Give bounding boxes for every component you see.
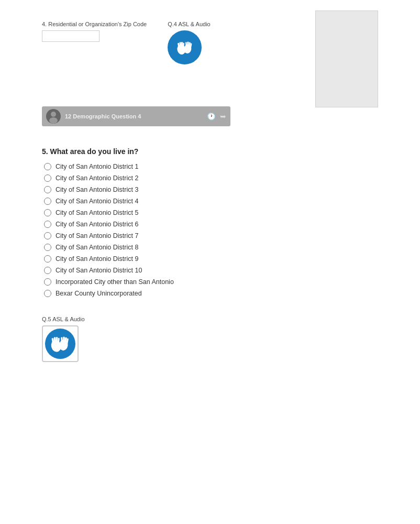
radio-label-2: City of San Antonio District 2: [56, 174, 138, 182]
radio-list: City of San Antonio District 1City of Sa…: [44, 163, 378, 297]
svg-point-14: [49, 117, 58, 124]
video-thumbnail: [46, 109, 61, 124]
clock-icon[interactable]: 🕐: [207, 112, 216, 121]
radio-label-7: City of San Antonio District 7: [56, 232, 138, 239]
radio-label-8: City of San Antonio District 8: [56, 244, 138, 251]
asl-q5-button[interactable]: g: [42, 325, 79, 362]
video-title: 12 Demographic Question 4: [65, 113, 203, 119]
radio-option-4[interactable]: [44, 198, 51, 205]
radio-option-6[interactable]: [44, 221, 51, 228]
page-wrapper: 4. Residential or Organization's Zip Cod…: [0, 0, 420, 373]
radio-option-8[interactable]: [44, 244, 51, 251]
asl-q4-button[interactable]: g: [168, 30, 202, 64]
svg-text:g: g: [59, 348, 62, 354]
radio-option-12[interactable]: [44, 290, 51, 297]
radio-label-4: City of San Antonio District 4: [56, 198, 138, 205]
radio-option-9[interactable]: [44, 255, 51, 263]
radio-option-7[interactable]: [44, 232, 51, 239]
radio-option-5[interactable]: [44, 209, 51, 216]
asl-q4-label: Q.4 ASL & Audio: [168, 21, 211, 27]
zip-label: 4. Residential or Organization's Zip Cod…: [42, 21, 147, 27]
radio-item[interactable]: City of San Antonio District 9: [44, 255, 378, 263]
radio-item[interactable]: City of San Antonio District 4: [44, 198, 378, 205]
asl-q5-inner: g: [45, 329, 75, 359]
radio-label-3: City of San Antonio District 3: [56, 186, 138, 193]
radio-item[interactable]: City of San Antonio District 8: [44, 244, 378, 251]
radio-item[interactable]: City of San Antonio District 7: [44, 232, 378, 239]
radio-option-3[interactable]: [44, 186, 51, 193]
radio-item[interactable]: City of San Antonio District 2: [44, 174, 378, 182]
video-bar: 12 Demographic Question 4 🕐 ➥: [42, 106, 230, 126]
sidebar-gray-box: [315, 10, 378, 107]
radio-label-12: Bexar County Unincorporated: [56, 290, 142, 297]
radio-label-9: City of San Antonio District 9: [56, 255, 138, 263]
share-icon[interactable]: ➥: [220, 112, 226, 121]
radio-label-10: City of San Antonio District 10: [56, 267, 142, 274]
radio-label-1: City of San Antonio District 1: [56, 163, 138, 170]
zip-group: 4. Residential or Organization's Zip Cod…: [42, 21, 147, 42]
question-5-label: 5. What area do you live in?: [42, 147, 378, 156]
radio-option-11[interactable]: [44, 278, 51, 286]
radio-option-1[interactable]: [44, 163, 51, 170]
radio-label-6: City of San Antonio District 6: [56, 221, 138, 228]
asl-group-4: Q.4 ASL & Audio: [168, 21, 211, 64]
asl-section-5: Q.5 ASL & Audio g: [42, 316, 378, 362]
svg-point-13: [51, 112, 56, 117]
radio-label-11: Incorporated City other than San Antonio: [56, 278, 174, 286]
radio-item[interactable]: City of San Antonio District 3: [44, 186, 378, 193]
section-4: 4. Residential or Organization's Zip Cod…: [42, 21, 305, 64]
radio-item[interactable]: City of San Antonio District 6: [44, 221, 378, 228]
svg-text:g: g: [184, 52, 186, 56]
svg-rect-20: [56, 337, 58, 344]
radio-option-10[interactable]: [44, 267, 51, 274]
svg-rect-23: [63, 336, 65, 343]
svg-rect-8: [187, 41, 189, 47]
radio-item[interactable]: City of San Antonio District 1: [44, 163, 378, 170]
radio-item[interactable]: City of San Antonio District 10: [44, 267, 378, 274]
radio-option-2[interactable]: [44, 174, 51, 182]
zip-input[interactable]: [42, 30, 100, 42]
radio-item[interactable]: Incorporated City other than San Antonio: [44, 278, 378, 286]
radio-label-5: City of San Antonio District 5: [56, 209, 138, 216]
asl-q5-label: Q.5 ASL & Audio: [42, 316, 378, 322]
radio-item[interactable]: Bexar County Unincorporated: [44, 290, 378, 297]
svg-rect-5: [181, 42, 183, 48]
section-5: 5. What area do you live in? City of San…: [42, 147, 378, 362]
radio-item[interactable]: City of San Antonio District 5: [44, 209, 378, 216]
